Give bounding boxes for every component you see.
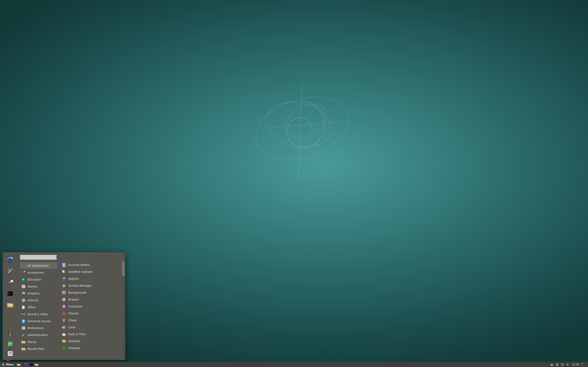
- svg-rect-62: [62, 277, 63, 279]
- svg-rect-96: [551, 365, 553, 366]
- app-color[interactable]: Color: [60, 324, 124, 331]
- account-details-icon: [62, 263, 66, 267]
- menu-button-label: Menu: [6, 363, 14, 366]
- category-preferences[interactable]: Preferences: [20, 325, 57, 331]
- app-chess[interactable]: Chess: [60, 317, 124, 324]
- svg-point-1: [261, 96, 336, 153]
- svg-rect-27: [22, 278, 25, 281]
- app-desktop[interactable]: Desktop: [60, 345, 124, 351]
- svg-point-82: [63, 313, 64, 314]
- category-universal-access[interactable]: Universal Access: [20, 318, 57, 324]
- education-icon: [21, 277, 26, 282]
- category-sound-video[interactable]: Sound & Video: [20, 311, 57, 317]
- desklets-icon: [62, 339, 66, 343]
- show-desktop-button[interactable]: [17, 363, 21, 366]
- svg-rect-16: [9, 335, 11, 336]
- svg-point-76: [63, 307, 63, 308]
- chess-icon: [62, 318, 66, 322]
- category-places[interactable]: Places: [20, 339, 57, 345]
- svg-rect-26: [24, 271, 26, 272]
- category-administration[interactable]: Administration: [20, 332, 57, 338]
- favorites-column: >_: [3, 252, 18, 360]
- category-games[interactable]: Games: [20, 283, 57, 290]
- scrollbar-thumb[interactable]: [122, 262, 124, 276]
- svg-point-32: [24, 285, 25, 286]
- category-all-applications[interactable]: All Applications: [20, 262, 57, 269]
- launcher-file-manager[interactable]: [35, 363, 39, 367]
- app-calculator[interactable]: Calculator: [60, 303, 124, 310]
- svg-point-57: [63, 264, 65, 265]
- sound-video-icon: [21, 312, 26, 316]
- svg-point-35: [23, 286, 24, 287]
- category-graphics[interactable]: Graphics: [20, 290, 57, 297]
- launcher-terminal[interactable]: >_: [29, 363, 33, 367]
- category-office[interactable]: Office: [20, 304, 57, 310]
- app-aisleriot-solitaire[interactable]: AAisleRiot Solitaire: [60, 268, 124, 275]
- categories-column: All Applications Accessories Education G…: [18, 252, 59, 360]
- favorite-file-manager[interactable]: [6, 301, 15, 309]
- svg-point-33: [22, 287, 23, 287]
- taskbar-clock[interactable]: 15:35: [571, 363, 579, 366]
- date-time-icon: [62, 332, 66, 336]
- debian-swirl-wallpaper: [247, 73, 357, 184]
- svg-point-39: [24, 293, 25, 294]
- svg-rect-12: [11, 280, 13, 282]
- menu-button[interactable]: Menu: [0, 362, 16, 367]
- svg-point-73: [63, 307, 63, 307]
- category-accessories[interactable]: Accessories: [20, 269, 57, 276]
- app-date-time[interactable]: Date & Time: [60, 331, 124, 337]
- svg-point-92: [24, 363, 27, 366]
- app-cheese[interactable]: Cheese: [60, 310, 124, 317]
- svg-point-38: [24, 292, 25, 293]
- internet-icon: [21, 298, 26, 302]
- favorite-web-browser[interactable]: [6, 255, 15, 264]
- app-backgrounds[interactable]: Backgrounds: [60, 289, 124, 296]
- svg-point-74: [64, 307, 64, 307]
- application-menu: >_ All Applications Accessories Educatio…: [2, 252, 125, 360]
- svg-rect-46: [22, 313, 22, 316]
- menu-search-input[interactable]: [21, 256, 56, 259]
- preferences-icon: [21, 326, 26, 330]
- favorite-messenger[interactable]: [6, 278, 15, 286]
- app-applets[interactable]: Applets: [60, 275, 124, 282]
- backgrounds-icon: [62, 291, 66, 295]
- svg-rect-54: [22, 328, 25, 329]
- office-icon: [21, 305, 26, 309]
- search-icon: [56, 256, 58, 259]
- category-internet[interactable]: Internet: [20, 297, 57, 304]
- app-desklets[interactable]: Desklets: [60, 338, 124, 344]
- svg-point-0: [248, 86, 357, 171]
- applications-list: Account details AAisleRiot Solitaire App…: [60, 262, 124, 358]
- session-logout[interactable]: [7, 340, 14, 347]
- workspace-switcher[interactable]: [581, 363, 585, 366]
- svg-line-4: [298, 81, 302, 178]
- svg-rect-88: [62, 340, 66, 341]
- svg-text:>_: >_: [8, 292, 10, 294]
- accessories-icon: [21, 271, 26, 275]
- menu-search[interactable]: [20, 255, 57, 260]
- places-icon: [21, 340, 26, 344]
- tray-removable-drives-icon[interactable]: [550, 363, 553, 366]
- favorite-terminal[interactable]: >_: [6, 289, 15, 298]
- svg-point-50: [23, 320, 24, 320]
- app-account-details[interactable]: Account details: [60, 262, 124, 268]
- applications-scrollbar[interactable]: [122, 262, 124, 358]
- calculator-icon: [62, 304, 66, 309]
- svg-rect-72: [63, 305, 65, 306]
- category-education[interactable]: Education: [20, 276, 57, 283]
- tray-volume-icon[interactable]: [566, 363, 570, 366]
- cheese-icon: [62, 311, 66, 315]
- session-lock-screen[interactable]: [7, 331, 14, 337]
- launcher-web-browser[interactable]: [24, 363, 28, 367]
- session-shutdown[interactable]: [7, 350, 14, 357]
- favorite-system-settings[interactable]: [6, 267, 15, 275]
- app-archive-manager[interactable]: Archive Manager: [60, 282, 124, 289]
- svg-point-77: [64, 307, 64, 308]
- tray-network-icon[interactable]: [555, 363, 559, 366]
- desktop-icon: [62, 346, 66, 350]
- category-recent-files[interactable]: Recent Files: [20, 346, 57, 352]
- recent-files-icon: [21, 347, 26, 351]
- tray-display-icon[interactable]: [561, 363, 564, 366]
- app-brasero[interactable]: Brasero: [60, 296, 124, 303]
- svg-rect-41: [22, 306, 25, 309]
